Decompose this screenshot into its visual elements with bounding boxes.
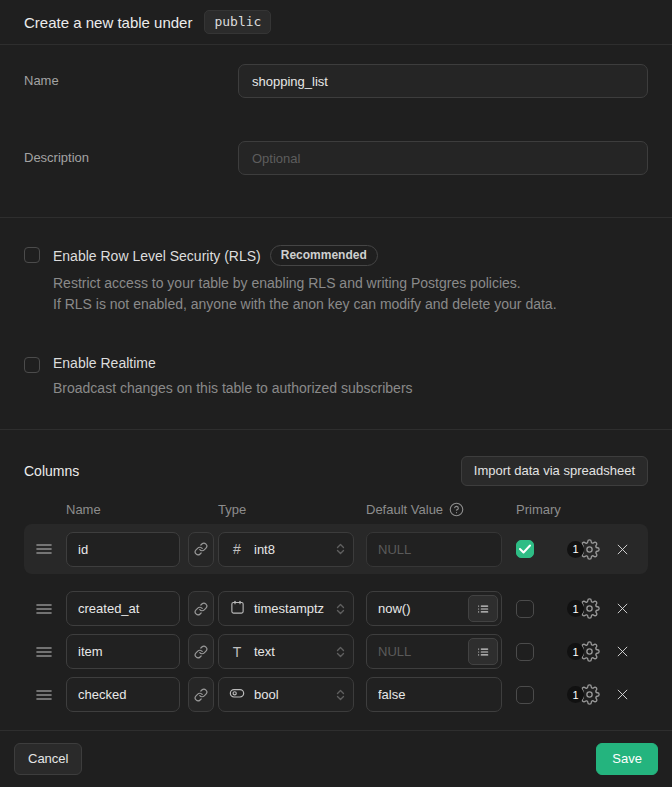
column-row: # T bool 1 [24, 673, 648, 716]
link-icon [194, 602, 208, 616]
header-name: Name [66, 502, 101, 517]
import-spreadsheet-button[interactable]: Import data via spreadsheet [461, 456, 648, 486]
columns-rows: # T int8 1 [24, 524, 648, 716]
column-type-label: text [254, 644, 275, 659]
remove-column-button[interactable] [612, 685, 632, 705]
columns-title: Columns [24, 463, 79, 479]
column-type-label: timestamptz [254, 601, 324, 616]
column-settings-button[interactable]: 1 [567, 684, 600, 705]
column-type-select[interactable]: # T bool [218, 677, 354, 712]
remove-column-button[interactable] [612, 539, 632, 559]
table-name-input[interactable] [238, 64, 648, 98]
realtime-description: Broadcast changes on this table to autho… [53, 378, 413, 399]
dialog-title: Create a new table under [24, 14, 192, 31]
name-label: Name [24, 64, 238, 98]
column-type-select[interactable]: # T timestamptz [218, 591, 354, 626]
close-icon [615, 601, 630, 616]
text-type-icon: T [233, 644, 242, 660]
settings-count-badge: 1 [567, 643, 584, 660]
column-name-input[interactable] [66, 532, 180, 567]
default-value-input[interactable] [366, 677, 502, 712]
column-type-select[interactable]: # T int8 [218, 532, 354, 567]
column-type-label: bool [254, 687, 279, 702]
realtime-label: Enable Realtime [53, 355, 156, 371]
primary-checkbox[interactable] [516, 686, 534, 704]
column-row: # T text 1 [24, 630, 648, 673]
schema-badge: public [204, 10, 271, 34]
column-name-input[interactable] [66, 591, 180, 626]
suggestion-list-button[interactable] [468, 595, 498, 622]
header-type: Type [218, 502, 246, 517]
check-icon [519, 544, 531, 554]
foreign-key-link-button[interactable] [188, 677, 214, 712]
rls-label: Enable Row Level Security (RLS) [53, 248, 261, 264]
column-name-input[interactable] [66, 677, 180, 712]
column-name-input[interactable] [66, 634, 180, 669]
dialog-footer: Cancel Save [0, 731, 672, 787]
close-icon [615, 542, 630, 557]
save-button[interactable]: Save [596, 743, 658, 775]
recommended-badge: Recommended [270, 245, 378, 266]
drag-handle-icon[interactable] [36, 542, 54, 556]
rls-toggle-block: Enable Row Level Security (RLS) Recommen… [24, 245, 648, 315]
chevron-updown-icon [334, 601, 347, 616]
columns-section: Columns Import data via spreadsheet Name… [0, 430, 672, 731]
column-type-select[interactable]: # T text [218, 634, 354, 669]
column-row: # T int8 1 [24, 524, 648, 574]
settings-count-badge: 1 [567, 686, 584, 703]
link-icon [194, 542, 208, 556]
help-circle-icon[interactable] [449, 502, 464, 517]
cancel-button[interactable]: Cancel [14, 743, 82, 775]
calendar-icon [230, 600, 245, 618]
list-icon [476, 602, 490, 616]
column-row: # T timestamptz 1 [24, 587, 648, 630]
link-icon [194, 645, 208, 659]
primary-checkbox[interactable] [516, 540, 534, 558]
hash-icon: # [233, 541, 241, 557]
description-form-row: Description [24, 141, 648, 175]
table-info-section: Name Description [0, 45, 672, 218]
drag-handle-icon[interactable] [36, 602, 54, 616]
close-icon [615, 687, 630, 702]
column-type-label: int8 [254, 542, 275, 557]
foreign-key-link-button[interactable] [188, 591, 214, 626]
column-settings-button[interactable]: 1 [567, 598, 600, 619]
column-settings-button[interactable]: 1 [567, 641, 600, 662]
columns-header-row: Name Type Default Value Primary [24, 502, 648, 516]
realtime-toggle-block: Enable Realtime Broadcast changes on thi… [24, 355, 648, 399]
chevron-updown-icon [334, 644, 347, 659]
rls-description: Restrict access to your table by enablin… [53, 273, 557, 315]
foreign-key-link-button[interactable] [188, 532, 214, 567]
chevron-updown-icon [334, 687, 347, 702]
realtime-checkbox[interactable] [24, 357, 40, 373]
table-description-input[interactable] [238, 141, 648, 175]
primary-checkbox[interactable] [516, 600, 534, 618]
default-value-input[interactable] [366, 532, 502, 567]
close-icon [615, 644, 630, 659]
remove-column-button[interactable] [612, 599, 632, 619]
rls-checkbox[interactable] [24, 247, 40, 263]
name-form-row: Name [24, 64, 648, 98]
foreign-key-link-button[interactable] [188, 634, 214, 669]
toggle-icon [229, 685, 245, 704]
link-icon [194, 688, 208, 702]
suggestion-list-button[interactable] [468, 638, 498, 665]
primary-checkbox[interactable] [516, 643, 534, 661]
chevron-updown-icon [334, 542, 347, 557]
settings-count-badge: 1 [567, 541, 584, 558]
drag-handle-icon[interactable] [36, 645, 54, 659]
settings-count-badge: 1 [567, 600, 584, 617]
description-label: Description [24, 141, 238, 175]
dialog-header: Create a new table under public [0, 0, 672, 45]
column-settings-button[interactable]: 1 [567, 539, 600, 560]
create-table-dialog: Create a new table under public Name Des… [0, 0, 672, 787]
list-icon [476, 645, 490, 659]
remove-column-button[interactable] [612, 642, 632, 662]
drag-handle-icon[interactable] [36, 688, 54, 702]
toggles-section: Enable Row Level Security (RLS) Recommen… [0, 218, 672, 430]
header-default-value: Default Value [366, 502, 464, 517]
header-primary: Primary [516, 502, 561, 517]
